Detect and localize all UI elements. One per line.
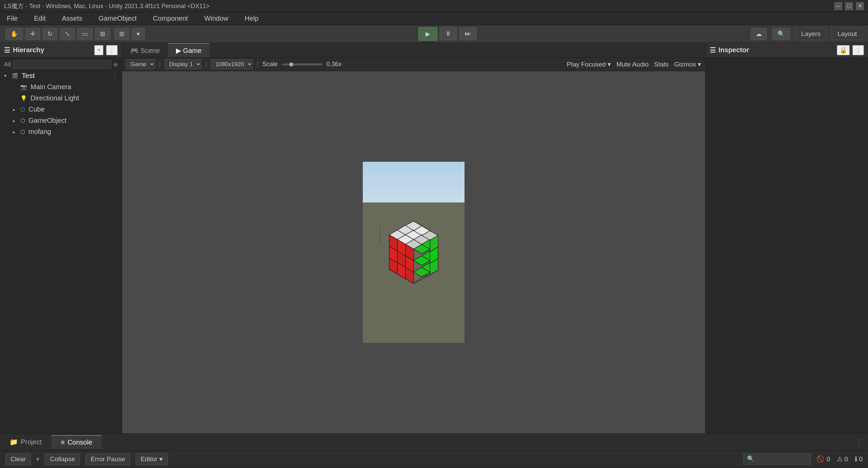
main-layout: ☰ Hierarchy + ⋮ All ⊕ ▾ 🎬 Test ⋮ (0, 43, 868, 433)
gizmos-button[interactable]: Gizmos ▾ (674, 60, 701, 68)
display-sep: | (159, 61, 161, 68)
play-button[interactable]: ▶ (418, 27, 437, 41)
rotate-tool[interactable]: ↻ (42, 28, 58, 40)
stats-button[interactable]: Stats (654, 61, 669, 68)
transform-tool[interactable]: ⊞ (95, 28, 110, 40)
console-bar: Clear ▾ Collapse Error Pause Editor ▾ 🚫 … (0, 450, 868, 468)
tree-label-camera: Main Camera (31, 83, 71, 91)
restore-button[interactable]: □ (845, 2, 853, 10)
inspector-title: Inspector (718, 46, 749, 54)
resolution-select[interactable]: 1080x1920 (211, 59, 253, 69)
menu-bar: File Edit Assets GameObject Component Wi… (0, 12, 868, 25)
arrow-test: ▾ (4, 73, 9, 78)
tree-item-mofang[interactable]: ▸ ⬡ mofang (0, 126, 122, 137)
display-num-select[interactable]: Display 1 (165, 59, 201, 69)
hierarchy-all-row: All ⊕ (0, 59, 122, 70)
hierarchy-title: Hierarchy (13, 46, 44, 54)
rect-tool[interactable]: ▭ (77, 28, 93, 40)
play-focused-button[interactable]: Play Focused ▾ (567, 60, 611, 68)
hierarchy-search-input[interactable] (13, 60, 111, 69)
search-button[interactable]: 🔍 (772, 28, 790, 40)
hierarchy-add-button[interactable]: + (94, 45, 103, 55)
close-button[interactable]: ✕ (856, 2, 864, 10)
error-count-display: 🚫 0 (816, 455, 830, 463)
hierarchy-search-icon[interactable]: ⊕ (113, 61, 118, 68)
pause-button[interactable]: ⏸ (439, 27, 457, 40)
tree-item-test[interactable]: ▾ 🎬 Test ⋮ (0, 70, 122, 81)
inspector-lock-button[interactable]: 🔒 (837, 45, 850, 55)
mute-audio-button[interactable]: Mute Audio (616, 61, 649, 68)
title-bar: LS魔方 - Test - Windows, Mac, Linux - Unit… (0, 0, 868, 12)
clear-button[interactable]: Clear (5, 453, 31, 465)
game-tab-icon: ▶ (176, 47, 181, 54)
tree-item-gameobject[interactable]: ▸ ⬡ GameObject (0, 115, 122, 126)
tree-label-go: GameObject (28, 117, 66, 124)
hierarchy-more-button[interactable]: ⋮ (106, 45, 118, 55)
grid-options[interactable]: ▾ (132, 28, 145, 40)
inspector-icon: ☰ (710, 46, 716, 54)
menu-window[interactable]: Window (201, 13, 231, 24)
grid-btn[interactable]: ⊞ (114, 28, 130, 40)
console-counts: 🚫 0 ⚠ 0 ℹ 0 (816, 455, 863, 463)
display-sep2: | (205, 61, 207, 68)
cloud-button[interactable]: ☁ (751, 28, 767, 40)
hierarchy-header-controls: + ⋮ (94, 45, 118, 55)
test-more[interactable]: ⋮ (112, 73, 118, 79)
tree-label-light: Directional Light (31, 94, 79, 102)
scale-slider-container (282, 63, 322, 65)
scale-tool[interactable]: ⤡ (60, 28, 75, 40)
go-icon: ⬡ (20, 117, 25, 124)
clear-dropdown[interactable]: ▾ (36, 455, 39, 463)
inspector-more-button[interactable]: ⋮ (852, 45, 864, 55)
collapse-button[interactable]: Collapse (45, 453, 80, 465)
center-area: 🎮 Scene ▶ Game Game | Display 1 | 1080x1… (122, 43, 705, 433)
step-button[interactable]: ⏭ (459, 27, 477, 40)
hierarchy-panel: ☰ Hierarchy + ⋮ All ⊕ ▾ 🎬 Test ⋮ (0, 43, 122, 433)
sky (363, 162, 465, 202)
all-label: All (4, 61, 11, 68)
play-focused-label: Play Focused (567, 61, 606, 68)
menu-assets[interactable]: Assets (59, 13, 85, 24)
view-tabs: 🎮 Scene ▶ Game (122, 43, 705, 58)
menu-help[interactable]: Help (242, 13, 261, 24)
error-pause-button[interactable]: Error Pause (85, 453, 130, 465)
inspector-panel: ☰ Inspector 🔒 ⋮ (705, 43, 868, 433)
bottom-tab-controls: ⋮ (856, 438, 868, 446)
menu-gameobject[interactable]: GameObject (96, 13, 139, 24)
hierarchy-content: All ⊕ ▾ 🎬 Test ⋮ 📷 Main Camera 💡 (0, 58, 122, 433)
scale-slider-thumb (289, 62, 293, 66)
layout-button[interactable]: Layout (832, 28, 863, 40)
tab-scene[interactable]: 🎮 Scene (122, 44, 168, 57)
console-search-input[interactable] (743, 453, 811, 465)
layers-button[interactable]: Layers (795, 28, 826, 40)
toolbar-right: ☁ 🔍 Layers Layout (751, 28, 863, 40)
game-toolbar-right: Play Focused ▾ Mute Audio Stats Gizmos ▾ (567, 60, 701, 68)
playmode-controls: ▶ ⏸ ⏭ (418, 27, 477, 41)
editor-button[interactable]: Editor ▾ (136, 453, 168, 465)
rubiks-cube (380, 218, 448, 294)
display-select[interactable]: Game (126, 59, 155, 69)
menu-component[interactable]: Component (150, 13, 191, 24)
bottom-more-button[interactable]: ⋮ (856, 438, 863, 446)
project-tab-label: Project (21, 438, 42, 446)
scale-slider[interactable] (282, 63, 322, 65)
move-tool[interactable]: ✛ (25, 28, 40, 40)
title-controls: ─ □ ✕ (834, 2, 864, 10)
tree-item-main-camera[interactable]: 📷 Main Camera (0, 81, 122, 93)
scene-icon: 🎬 (12, 73, 18, 79)
arrow-cube: ▸ (13, 107, 18, 112)
menu-file[interactable]: File (4, 13, 20, 24)
tab-console[interactable]: ≡ Console (51, 435, 102, 449)
arrow-go: ▸ (13, 118, 18, 123)
tab-game[interactable]: ▶ Game (168, 43, 210, 57)
warning-count-display: ⚠ 0 (837, 455, 848, 463)
menu-edit[interactable]: Edit (31, 13, 48, 24)
scale-value: 0.36x (327, 61, 341, 68)
hand-tool[interactable]: ✋ (5, 28, 23, 40)
tab-project[interactable]: 📁 Project (0, 435, 51, 449)
game-canvas (363, 162, 465, 343)
game-toolbar: Game | Display 1 | 1080x1920 | Scale 0.3… (122, 58, 705, 71)
tree-item-cube[interactable]: ▸ ⬡ Cube (0, 104, 122, 115)
minimize-button[interactable]: ─ (834, 2, 842, 10)
tree-item-directional-light[interactable]: 💡 Directional Light (0, 93, 122, 104)
